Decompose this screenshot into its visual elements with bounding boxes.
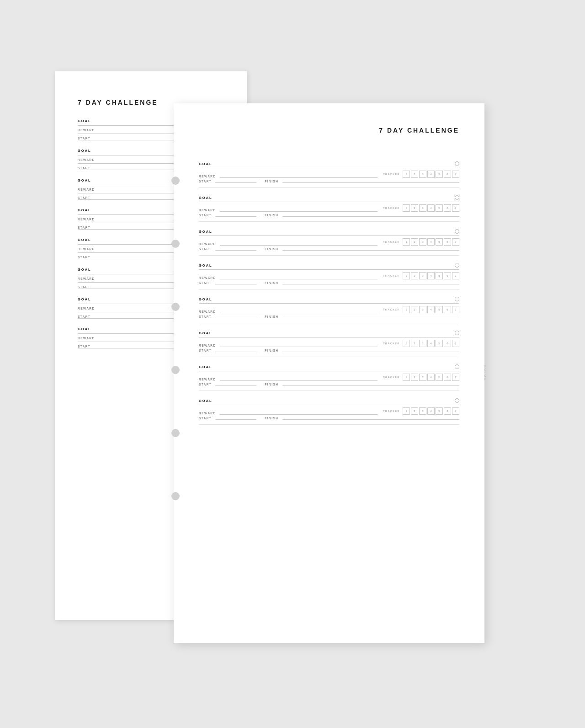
front-goal-circle-3[interactable]	[455, 263, 459, 268]
tracker-box-1-6[interactable]: 6	[444, 204, 451, 212]
front-section-divider-7	[199, 424, 459, 425]
tracker-box-2-4[interactable]: 4	[427, 238, 435, 246]
tracker-box-6-4[interactable]: 4	[427, 374, 435, 381]
tracker-box-7-2[interactable]: 2	[411, 407, 418, 415]
tracker-box-3-7[interactable]: 7	[452, 272, 459, 279]
tracker-box-4-3[interactable]: 3	[419, 306, 426, 313]
tracker-box-2-1[interactable]: 1	[403, 238, 410, 246]
front-goal-label-6: GOAL	[199, 365, 213, 369]
tracker-box-2-7[interactable]: 7	[452, 238, 459, 246]
front-reward-row-5: REWARD TRACKER 1234567	[199, 340, 459, 347]
front-goal-circle-7[interactable]	[455, 398, 459, 403]
tracker-box-6-3[interactable]: 3	[419, 374, 426, 381]
front-reward-row-6: REWARD TRACKER 1234567	[199, 374, 459, 381]
tracker-box-7-5[interactable]: 5	[436, 407, 443, 415]
front-sf-row-6: START FINISH	[199, 383, 459, 386]
front-sf-row-0: START FINISH	[199, 180, 459, 183]
front-finish-line-7	[282, 419, 459, 420]
front-tracker-label-0: TRACKER	[383, 173, 400, 176]
front-start-line-1	[215, 216, 256, 217]
front-reward-row-7: REWARD TRACKER 1234567	[199, 407, 459, 415]
tracker-box-7-1[interactable]: 1	[403, 407, 410, 415]
front-tracker-label-6: TRACKER	[383, 376, 400, 379]
tracker-box-6-1[interactable]: 1	[403, 374, 410, 381]
side-dots	[171, 177, 180, 500]
tracker-box-7-3[interactable]: 3	[419, 407, 426, 415]
tracker-box-6-2[interactable]: 2	[411, 374, 418, 381]
tracker-box-0-1[interactable]: 1	[403, 171, 410, 178]
tracker-box-0-2[interactable]: 2	[411, 171, 418, 178]
tracker-box-1-4[interactable]: 4	[427, 204, 435, 212]
front-section-6: GOAL REWARD TRACKER 1234567 START FINISH	[199, 364, 459, 391]
tracker-box-5-5[interactable]: 5	[436, 340, 443, 347]
tracker-box-1-5[interactable]: 5	[436, 204, 443, 212]
tracker-box-0-3[interactable]: 3	[419, 171, 426, 178]
back-start-label-7: START	[78, 345, 90, 348]
tracker-box-2-6[interactable]: 6	[444, 238, 451, 246]
tracker-box-5-4[interactable]: 4	[427, 340, 435, 347]
tracker-box-2-3[interactable]: 3	[419, 238, 426, 246]
tracker-box-0-6[interactable]: 6	[444, 171, 451, 178]
front-goal-label-7: GOAL	[199, 399, 213, 403]
front-start-label-1: START	[199, 214, 212, 217]
tracker-box-2-5[interactable]: 5	[436, 238, 443, 246]
tracker-box-6-6[interactable]: 6	[444, 374, 451, 381]
tracker-box-0-5[interactable]: 5	[436, 171, 443, 178]
tracker-box-1-3[interactable]: 3	[419, 204, 426, 212]
tracker-box-5-1[interactable]: 1	[403, 340, 410, 347]
front-goal-circle-4[interactable]	[455, 297, 459, 301]
front-goal-circle-0[interactable]	[455, 161, 459, 166]
tracker-box-5-2[interactable]: 2	[411, 340, 418, 347]
front-section-7: GOAL REWARD TRACKER 1234567 START FINISH	[199, 398, 459, 425]
front-sections: GOAL REWARD TRACKER 1234567 START FINISH…	[199, 161, 459, 425]
tracker-box-0-7[interactable]: 7	[452, 171, 459, 178]
front-section-divider-4	[199, 323, 459, 323]
front-tracker-group-1: TRACKER 1234567	[383, 204, 459, 212]
tracker-box-5-6[interactable]: 6	[444, 340, 451, 347]
tracker-box-6-5[interactable]: 5	[436, 374, 443, 381]
tracker-box-1-2[interactable]: 2	[411, 204, 418, 212]
front-goal-circle-6[interactable]	[455, 364, 459, 369]
tracker-box-6-7[interactable]: 7	[452, 374, 459, 381]
front-tracker-label-5: TRACKER	[383, 342, 400, 345]
tracker-box-3-6[interactable]: 6	[444, 272, 451, 279]
tracker-box-4-7[interactable]: 7	[452, 306, 459, 313]
front-tracker-group-4: TRACKER 1234567	[383, 306, 459, 313]
tracker-box-4-5[interactable]: 5	[436, 306, 443, 313]
tracker-box-7-6[interactable]: 6	[444, 407, 451, 415]
tracker-boxes-3: 1234567	[403, 272, 459, 279]
front-tracker-label-1: TRACKER	[383, 207, 400, 209]
tracker-box-4-4[interactable]: 4	[427, 306, 435, 313]
front-goal-row-0: GOAL	[199, 161, 459, 166]
front-goal-label-5: GOAL	[199, 331, 213, 335]
front-tracker-group-3: TRACKER 1234567	[383, 272, 459, 279]
front-sf-row-2: START FINISH	[199, 247, 459, 251]
front-goal-circle-2[interactable]	[455, 229, 459, 234]
tracker-box-3-4[interactable]: 4	[427, 272, 435, 279]
tracker-box-5-3[interactable]: 3	[419, 340, 426, 347]
tracker-box-7-7[interactable]: 7	[452, 407, 459, 415]
tracker-box-3-1[interactable]: 1	[403, 272, 410, 279]
front-tracker-label-7: TRACKER	[383, 410, 400, 412]
tracker-box-3-2[interactable]: 2	[411, 272, 418, 279]
front-goal-circle-1[interactable]	[455, 195, 459, 200]
tracker-box-3-5[interactable]: 5	[436, 272, 443, 279]
tracker-box-3-3[interactable]: 3	[419, 272, 426, 279]
front-start-line-4	[215, 318, 256, 318]
tracker-box-1-7[interactable]: 7	[452, 204, 459, 212]
tracker-box-4-2[interactable]: 2	[411, 306, 418, 313]
front-reward-label-4: REWARD	[199, 310, 216, 313]
back-start-label-4: START	[78, 256, 90, 259]
tracker-box-0-4[interactable]: 4	[427, 171, 435, 178]
tracker-box-5-7[interactable]: 7	[452, 340, 459, 347]
tracker-box-4-1[interactable]: 1	[403, 306, 410, 313]
front-section-4: GOAL REWARD TRACKER 1234567 START FINISH	[199, 297, 459, 323]
tracker-box-7-4[interactable]: 4	[427, 407, 435, 415]
dot-6	[171, 492, 180, 500]
tracker-box-1-1[interactable]: 1	[403, 204, 410, 212]
front-goal-line-6	[199, 371, 459, 371]
front-reward-line-1	[220, 211, 378, 212]
front-goal-circle-5[interactable]	[455, 331, 459, 335]
tracker-box-2-2[interactable]: 2	[411, 238, 418, 246]
tracker-box-4-6[interactable]: 6	[444, 306, 451, 313]
